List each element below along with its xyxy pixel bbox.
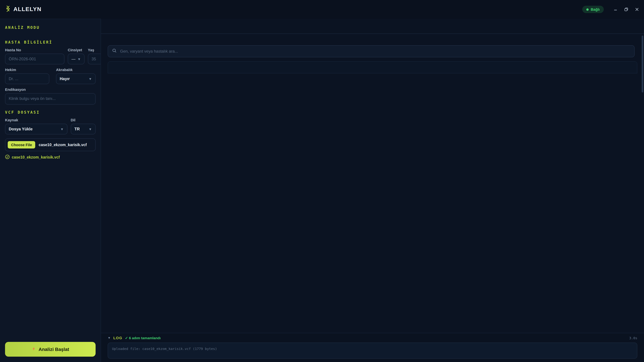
sidebar: ANALİZ MODU HASTA BİLGİLERİ Hasta No Cin… — [0, 19, 101, 362]
section-vcf-file: VCF DOSYASI — [5, 110, 96, 115]
language-label: Dil — [70, 118, 96, 122]
indication-label: Endikasyon — [5, 87, 96, 91]
connection-status-label: Bağlı — [591, 7, 600, 11]
file-status-label: case10_ekzom_karisik.vcf — [12, 155, 60, 159]
connection-dot-icon — [586, 8, 589, 10]
search-box — [108, 45, 634, 57]
table-header-row — [108, 62, 637, 73]
chevron-down-icon: ▼ — [78, 57, 81, 61]
titlebar: ALLELYN Bağlı — [0, 0, 644, 19]
main-panel: ▼ LOG ✓ 6 adım tamamlandı 3.0s Uploaded … — [101, 19, 644, 362]
results-area — [101, 34, 644, 333]
chevron-down-icon: ▼ — [88, 77, 92, 81]
check-circle-icon — [5, 155, 10, 160]
physician-label: Hekim — [5, 68, 53, 72]
app-title: ALLELYN — [14, 6, 42, 13]
section-analysis-mode: ANALİZ MODU — [5, 25, 96, 30]
close-button[interactable] — [634, 7, 639, 12]
search-row — [108, 45, 637, 57]
age-input[interactable] — [88, 54, 100, 64]
sex-label: Cinsiyet — [68, 48, 84, 52]
titlebar-right: Bağlı — [577, 6, 639, 13]
selected-file-name: case10_ekzom_karisik.vcf — [39, 143, 87, 147]
consanguinity-label: Akrabalık — [56, 68, 96, 72]
log-title: LOG — [113, 336, 122, 340]
source-select[interactable]: Dosya Yükle▼ — [5, 124, 67, 134]
restore-button[interactable] — [624, 7, 628, 12]
choose-file-button[interactable]: Choose File — [8, 141, 36, 148]
sidebar-content: ANALİZ MODU HASTA BİLGİLERİ Hasta No Cin… — [0, 19, 100, 362]
file-upload-box[interactable]: Choose File case10_ekzom_karisik.vcf — [5, 138, 96, 151]
search-input[interactable] — [120, 49, 630, 54]
lightning-icon — [32, 346, 36, 352]
sex-select[interactable]: —▼ — [68, 54, 84, 64]
physician-input[interactable] — [5, 73, 49, 84]
minimize-button[interactable] — [613, 7, 618, 12]
source-label: Kaynak — [5, 118, 67, 122]
scrollbar[interactable] — [642, 35, 643, 92]
log-summary: ✓ 6 adım tamamlandı — [125, 336, 161, 340]
file-status: case10_ekzom_karisik.vcf — [5, 155, 96, 160]
patient-id-input[interactable] — [5, 54, 64, 64]
indication-textarea[interactable] — [5, 93, 96, 105]
chevron-down-icon: ▼ — [88, 127, 92, 131]
search-icon — [112, 48, 117, 54]
section-patient-info: HASTA BİLGİLERİ — [5, 40, 96, 44]
log-timer: 3.0s — [629, 336, 637, 340]
variant-table — [108, 61, 637, 73]
dna-logo-icon — [5, 5, 12, 13]
connection-status-badge: Bağlı — [582, 6, 604, 13]
app-logo: ALLELYN — [5, 5, 42, 13]
log-output-box: Uploaded file: case10_ekzom_karisik.vcf … — [108, 343, 637, 359]
patient-id-label: Hasta No — [5, 48, 64, 52]
consanguinity-select[interactable]: Hayır▼ — [56, 73, 96, 84]
start-analysis-button[interactable]: Analizi Başlat — [5, 342, 96, 357]
main-tab-bar — [101, 19, 644, 34]
age-label: Yaş — [88, 48, 100, 52]
log-panel: ▼ LOG ✓ 6 adım tamamlandı 3.0s Uploaded … — [101, 333, 644, 362]
chevron-down-icon: ▼ — [60, 127, 64, 131]
window-controls — [613, 7, 639, 12]
app-window: ALLELYN Bağlı ANALİZ MODU HASTA BİLGİLER… — [0, 0, 644, 362]
log-header[interactable]: ▼ LOG ✓ 6 adım tamamlandı 3.0s — [108, 336, 637, 340]
language-select[interactable]: TR▼ — [70, 124, 96, 134]
collapse-triangle-icon: ▼ — [108, 336, 111, 340]
